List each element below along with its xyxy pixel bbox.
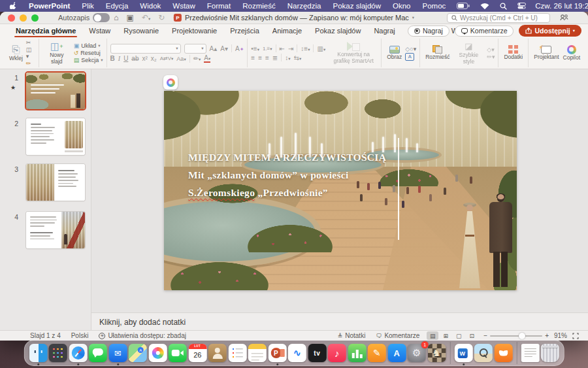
cut-button[interactable]: ✂ bbox=[26, 39, 35, 46]
ribbon-tab-wstaw[interactable]: Wstaw bbox=[82, 24, 117, 37]
dock-item-powerpoint[interactable] bbox=[268, 341, 287, 365]
menu-item-edycja[interactable]: Edycja bbox=[100, 2, 135, 10]
reset-button[interactable]: ↺Resetuj bbox=[74, 50, 103, 56]
document-title[interactable]: P Przedwiośnie Mit szklanych domów — Zap… bbox=[174, 14, 414, 22]
settings-dock-icon[interactable]: ⚙1 bbox=[408, 344, 426, 362]
zoom-level[interactable]: 91% bbox=[554, 332, 567, 339]
books-dock-icon[interactable] bbox=[494, 344, 512, 362]
zoom-slider[interactable]: − + bbox=[483, 332, 549, 339]
menu-item-pomoc[interactable]: Pomoc bbox=[416, 2, 451, 10]
menu-item-pokaz-slajdów[interactable]: Pokaz slajdów bbox=[327, 2, 387, 10]
close-window-button[interactable] bbox=[8, 14, 15, 22]
align-left-button[interactable]: ≡ bbox=[251, 54, 255, 61]
subscript-button[interactable]: x₂ bbox=[151, 55, 157, 62]
dock-item-pages[interactable]: ✎ bbox=[367, 341, 386, 365]
floating-copilot-button[interactable] bbox=[163, 75, 178, 90]
preview-dock-icon[interactable] bbox=[474, 344, 493, 362]
text-direction-button[interactable]: ↕▾ bbox=[285, 54, 290, 61]
line-spacing-button[interactable]: ↕≡▾ bbox=[301, 45, 310, 52]
slide-sorter-view-button[interactable]: ⊞ bbox=[440, 331, 451, 340]
strikethrough-button[interactable]: ab bbox=[131, 55, 139, 62]
slide-thumbnail-image[interactable] bbox=[26, 73, 85, 109]
freeform-dock-icon[interactable]: ∿ bbox=[288, 344, 306, 362]
mail-dock-icon[interactable]: ✉ bbox=[108, 344, 127, 362]
launchpad-dock-icon[interactable] bbox=[49, 344, 67, 362]
designer-button[interactable]: Projektant bbox=[532, 46, 561, 60]
redo-icon[interactable]: ↻ bbox=[158, 13, 165, 22]
dock-item-notes[interactable] bbox=[248, 341, 267, 365]
pages-dock-icon[interactable]: ✎ bbox=[368, 344, 386, 362]
comments-toggle[interactable]: 🗨 Komentarze bbox=[376, 332, 419, 339]
minimize-window-button[interactable] bbox=[20, 14, 27, 22]
dock-item-preview[interactable] bbox=[474, 341, 493, 365]
copy-button[interactable]: ◫ ▾ bbox=[26, 46, 35, 59]
slideshow-view-button[interactable]: ⊡ bbox=[466, 331, 478, 340]
format-painter-button[interactable]: ✏ bbox=[26, 60, 35, 67]
music-dock-icon[interactable]: ♪ bbox=[328, 344, 346, 362]
ribbon-tab-nagraj[interactable]: Nagraj bbox=[367, 24, 401, 37]
font-size-combo[interactable]: ▾ bbox=[184, 44, 206, 54]
dock-item-word[interactable] bbox=[454, 341, 473, 365]
menu-item-rozmieść[interactable]: Rozmieść bbox=[237, 2, 281, 10]
shrink-font-button[interactable]: A▾ bbox=[220, 45, 228, 52]
menu-item-wstaw[interactable]: Wstaw bbox=[167, 2, 201, 10]
undo-icon[interactable]: ↶▾ bbox=[142, 13, 150, 22]
autosave-toggle[interactable] bbox=[93, 13, 110, 22]
addins-button[interactable]: Dodatki bbox=[502, 45, 525, 60]
dock-item-reminders[interactable] bbox=[228, 341, 247, 365]
new-slide-button[interactable]: ◫+ Nowy slajd bbox=[42, 41, 71, 65]
dock-item-freeform[interactable]: ∿ bbox=[287, 341, 306, 365]
zoom-knob[interactable] bbox=[519, 333, 525, 339]
ribbon-tab-pokaz-slajd-w[interactable]: Pokaz slajdów bbox=[308, 24, 367, 37]
convert-smartart-button[interactable]: Konwertuj na grafikę SmartArt bbox=[329, 42, 378, 64]
reminders-dock-icon[interactable] bbox=[228, 344, 246, 362]
slide-counter[interactable]: Slajd 1 z 4 bbox=[30, 332, 61, 339]
increase-indent-button[interactable]: ⇥ bbox=[288, 45, 293, 52]
contacts-dock-icon[interactable] bbox=[208, 344, 227, 362]
search-input[interactable]: Wyszukaj (Cmd + Ctrl + U) bbox=[447, 13, 550, 23]
ribbon-tab-animacje[interactable]: Animacje bbox=[266, 24, 308, 37]
collaborate-icon[interactable] bbox=[560, 14, 568, 22]
save-icon[interactable]: ▣ bbox=[127, 13, 134, 22]
dock-item-trash[interactable] bbox=[540, 341, 559, 365]
numbering-button[interactable]: 1.≡▾ bbox=[263, 46, 272, 52]
word-dock-icon[interactable] bbox=[454, 344, 472, 362]
menu-item-narzędzia[interactable]: Narzędzia bbox=[282, 2, 327, 10]
underline-button[interactable]: U bbox=[123, 55, 128, 62]
zoom-out-icon[interactable]: − bbox=[483, 332, 487, 339]
slide-thumbnail-1[interactable]: 1★ bbox=[0, 73, 91, 113]
notes-toggle[interactable]: ≜ Notatki bbox=[338, 332, 366, 339]
ribbon-tab-rysowanie[interactable]: Rysowanie bbox=[117, 24, 165, 37]
change-case-button[interactable]: Aa▾ bbox=[176, 56, 186, 62]
safari-dock-icon[interactable] bbox=[69, 344, 87, 362]
font-color-button[interactable]: A▾ bbox=[204, 55, 210, 63]
dock-item-chess[interactable]: ♞ bbox=[427, 341, 446, 365]
appstore-dock-icon[interactable]: A bbox=[387, 344, 406, 362]
comments-button[interactable]: Komentarze bbox=[455, 25, 514, 37]
decrease-indent-button[interactable]: ⇤ bbox=[280, 45, 285, 52]
dock-item-safari[interactable] bbox=[69, 341, 88, 365]
menu-item-okno[interactable]: Okno bbox=[387, 2, 417, 10]
finder-dock-icon[interactable] bbox=[29, 344, 47, 362]
section-button[interactable]: ▤Sekcja▾ bbox=[74, 57, 103, 63]
slide-thumbnail-4[interactable]: 4 bbox=[0, 212, 91, 252]
numbers-dock-icon[interactable] bbox=[348, 344, 366, 362]
dock-item-appletv[interactable]: tv bbox=[308, 341, 327, 365]
slide-thumbnail-image[interactable] bbox=[26, 212, 85, 248]
clear-formatting-button[interactable]: A✦ bbox=[235, 45, 244, 52]
apple-logo-icon[interactable] bbox=[9, 2, 16, 10]
fit-to-window-icon[interactable] bbox=[572, 333, 579, 339]
ribbon-tab-narz-dzia-g-wne[interactable]: Narzędzia główne bbox=[9, 24, 82, 37]
slide-title-textbox[interactable]: MIĘDZY MITEM A RZECZYWISTOŚCIĄ Mit „szkl… bbox=[188, 148, 404, 201]
menu-clock[interactable]: Czw. 26 lut 19:21 bbox=[535, 2, 588, 10]
control-center-icon[interactable] bbox=[517, 3, 526, 9]
dock-item-music[interactable]: ♪ bbox=[327, 341, 346, 365]
dock-item-books[interactable] bbox=[494, 341, 513, 365]
appletv-dock-icon[interactable]: tv bbox=[308, 344, 326, 362]
layout-button[interactable]: ▣Układ▾ bbox=[74, 42, 103, 49]
dock-item-document[interactable] bbox=[521, 341, 540, 365]
reading-view-button[interactable]: ▢ bbox=[453, 331, 465, 340]
dock-item-calendar[interactable]: LUT26 bbox=[188, 341, 207, 365]
record-button[interactable]: Nagraj bbox=[408, 25, 449, 37]
photos-dock-icon[interactable] bbox=[148, 344, 167, 362]
